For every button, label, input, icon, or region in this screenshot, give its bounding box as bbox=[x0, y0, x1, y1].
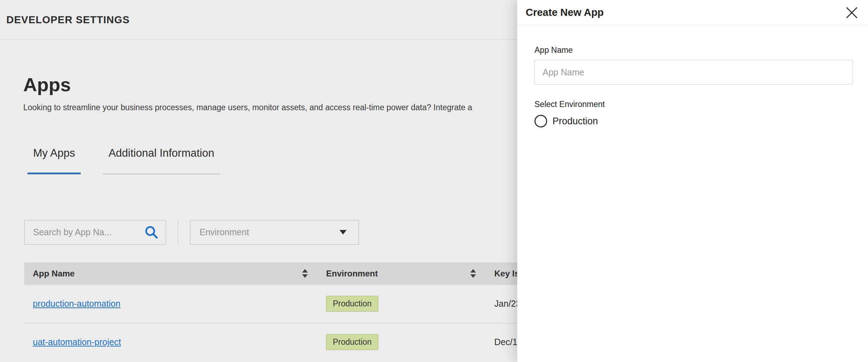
environment-option-production[interactable]: Production bbox=[534, 115, 852, 127]
search-input[interactable] bbox=[33, 227, 144, 237]
close-icon bbox=[845, 6, 859, 20]
panel-header: Create New App bbox=[517, 0, 868, 25]
tab-my-apps[interactable]: My Apps bbox=[27, 147, 81, 174]
search-box bbox=[24, 220, 166, 245]
radio-icon[interactable] bbox=[534, 115, 547, 127]
app-link[interactable]: production-automation bbox=[33, 299, 121, 308]
select-environment-label: Select Environment bbox=[534, 99, 852, 109]
app-title: DEVELOPER SETTINGS bbox=[6, 14, 130, 26]
app-name-field[interactable] bbox=[534, 60, 852, 85]
sort-icon[interactable] bbox=[470, 269, 476, 278]
app-link[interactable]: uat-automation-project bbox=[33, 337, 121, 347]
app-name-label: App Name bbox=[534, 45, 852, 55]
tab-additional-information[interactable]: Additional Information bbox=[103, 147, 220, 174]
environment-dropdown-value: Environment bbox=[200, 227, 249, 237]
environment-cell: Production bbox=[318, 296, 486, 312]
app-name-cell: production-automation bbox=[24, 299, 318, 309]
chevron-down-icon bbox=[340, 230, 347, 235]
column-label: Environment bbox=[326, 269, 378, 279]
app-name-cell: uat-automation-project bbox=[24, 337, 318, 347]
create-new-app-panel: Create New App App Name Select Environme… bbox=[517, 0, 868, 362]
environment-dropdown[interactable]: Environment bbox=[190, 220, 359, 245]
search-icon[interactable] bbox=[144, 225, 159, 240]
environment-badge: Production bbox=[326, 296, 378, 312]
filter-divider bbox=[178, 220, 178, 245]
panel-title: Create New App bbox=[526, 7, 604, 18]
environment-badge: Production bbox=[326, 334, 378, 350]
column-header-app-name[interactable]: App Name bbox=[24, 269, 318, 279]
sort-icon[interactable] bbox=[302, 269, 308, 278]
column-label: App Name bbox=[33, 269, 75, 279]
column-header-environment[interactable]: Environment bbox=[318, 269, 486, 279]
panel-body: App Name Select Environment Production bbox=[517, 25, 868, 127]
close-button[interactable] bbox=[845, 6, 859, 20]
environment-cell: Production bbox=[318, 334, 486, 350]
radio-option-label: Production bbox=[552, 116, 598, 127]
